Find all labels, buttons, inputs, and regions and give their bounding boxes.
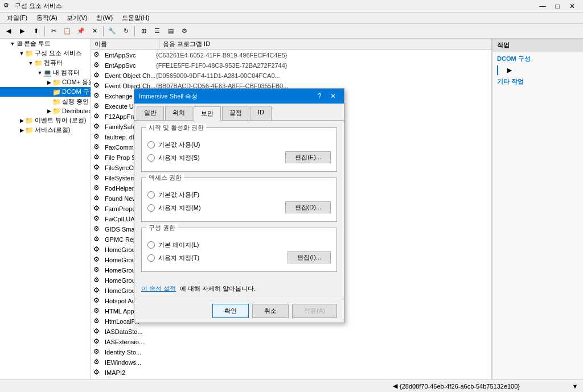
section-launch: 시작 및 활성화 권한 기본값 사용(U) 사용자 지정(S) 편집(E)... [141,127,337,172]
dialog-buttons: 확인 취소 적용(A) [134,299,344,323]
radio-access-default-label: 기본값 사용(F) [158,191,199,199]
launch-edit-button[interactable]: 편집(E)... [285,151,331,163]
section-access-title: 액세스 권한 [146,174,184,182]
radio-row-config-default: 기본 페이지(L) [147,241,331,249]
radio-row-launch-custom: 사용자 지정(S) 편집(E)... [147,152,331,163]
dialog-title-text: Immersive Shell 속성 [139,92,198,101]
radio-config-custom[interactable] [147,254,155,262]
access-edit-button[interactable]: 편집(D)... [285,201,331,213]
radio-access-default[interactable] [147,191,155,199]
radio-launch-custom[interactable] [147,154,155,162]
radio-access-custom[interactable] [147,204,155,212]
tab-endpoints[interactable]: 끝점 [222,106,249,120]
dialog-title-bar: Immersive Shell 속성 ? ✕ [134,89,344,104]
radio-config-default-label: 기본 페이지(L) [158,241,199,249]
section-launch-title: 시작 및 활성화 권한 [146,123,206,132]
radio-config-default[interactable] [147,241,155,249]
radio-row-access-default: 기본값 사용(F) [147,191,331,199]
config-edit-button[interactable]: 편집(I)... [288,251,331,263]
radio-config-custom-label: 사용자 지정(T) [158,254,199,262]
help-link[interactable]: 이 속성 설정 [141,285,176,292]
dialog-overlay: Immersive Shell 속성 ? ✕ 일반 위치 보안 끝점 ID 시작… [0,0,583,392]
radio-access-custom-label: 사용자 지정(M) [158,204,201,212]
dialog: Immersive Shell 속성 ? ✕ 일반 위치 보안 끝점 ID 시작… [134,88,344,323]
section-config-title: 구성 권한 [146,224,178,232]
tab-location[interactable]: 위치 [165,106,192,120]
radio-launch-custom-label: 사용자 지정(S) [158,154,200,162]
dialog-close-button[interactable]: ✕ [327,91,339,101]
radio-row-access-custom: 사용자 지정(M) 편집(D)... [147,203,331,213]
apply-button[interactable]: 적용(A) [292,304,337,318]
radio-row-launch-default: 기본값 사용(U) [147,141,331,149]
tab-identity[interactable]: ID [251,106,272,120]
radio-row-config-custom: 사용자 지정(T) 편집(I)... [147,253,331,263]
ok-button[interactable]: 확인 [212,304,249,318]
section-config: 구성 권한 기본 페이지(L) 사용자 지정(T) 편집(I)... [141,228,337,272]
section-access: 액세스 권한 기본값 사용(F) 사용자 지정(M) 편집(D)... [141,178,337,222]
dialog-help-button[interactable]: ? [313,91,326,101]
dialog-footer: 이 속성 설정 에 대해 자세히 알아봅니다. [134,284,344,299]
dialog-tabs: 일반 위치 보안 끝점 ID [134,104,344,121]
dialog-content: 시작 및 활성화 권한 기본값 사용(U) 사용자 지정(S) 편집(E)...… [134,121,344,284]
radio-launch-default[interactable] [147,141,155,148]
tab-general[interactable]: 일반 [137,106,164,120]
dialog-title-buttons: ? ✕ [313,91,339,101]
tab-security[interactable]: 보안 [194,106,221,121]
cancel-button[interactable]: 취소 [252,304,289,318]
help-link-desc: 에 대해 자세히 알아봅니다. [180,285,256,292]
radio-launch-default-label: 기본값 사용(U) [158,141,200,149]
